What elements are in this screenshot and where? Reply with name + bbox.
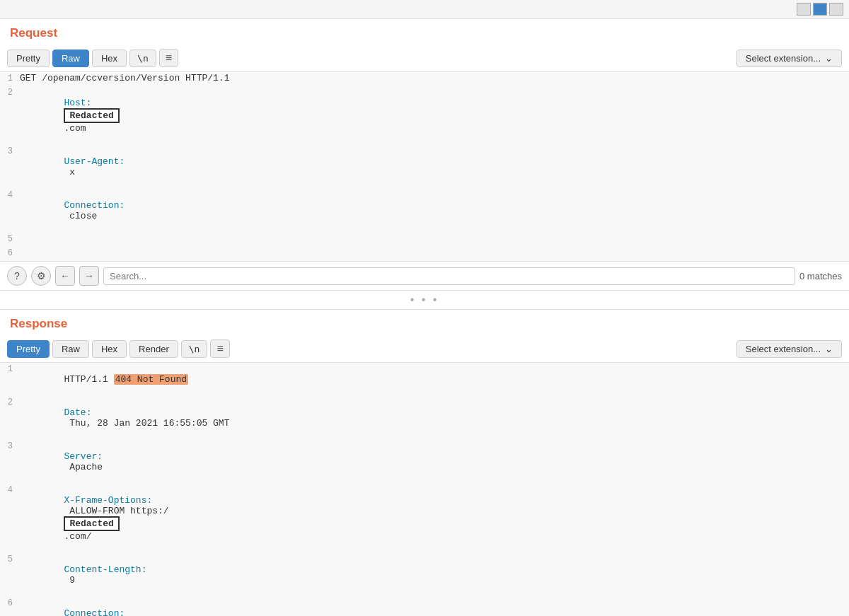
- tab-raw-request[interactable]: Raw: [52, 50, 89, 67]
- select-extension-response[interactable]: Select extension... ⌄: [737, 340, 842, 358]
- redacted-host: Redacted: [64, 108, 119, 123]
- chevron-down-icon-response: ⌄: [825, 344, 833, 354]
- request-code-area: 1 GET /openam/ccversion/Version HTTP/1.1…: [0, 72, 849, 262]
- help-icon[interactable]: ?: [7, 266, 27, 286]
- response-line-1: 1 HTTP/1.1 404 Not Found: [0, 363, 849, 396]
- request-section: Request Pretty Raw Hex \n ≡ Select exten…: [0, 19, 849, 291]
- request-line-6: 6: [0, 247, 849, 261]
- request-search-bar: ? ⚙ ← → 0 matches: [0, 262, 849, 291]
- response-toolbar: Pretty Raw Hex Render \n ≡ Select extens…: [0, 335, 849, 363]
- request-toolbar: Pretty Raw Hex \n ≡ Select extension... …: [0, 45, 849, 72]
- chevron-down-icon: ⌄: [825, 53, 833, 64]
- response-line-2: 2 Date: Thu, 28 Jan 2021 16:55:05 GMT: [0, 396, 849, 440]
- request-title: Request: [0, 19, 849, 45]
- menu-button-request[interactable]: ≡: [159, 49, 178, 67]
- minimize-button[interactable]: [797, 3, 811, 16]
- maximize-button[interactable]: [813, 3, 827, 16]
- menu-button-response[interactable]: ≡: [210, 339, 229, 358]
- tab-pretty-request[interactable]: Pretty: [7, 50, 50, 67]
- forward-arrow-icon[interactable]: →: [79, 266, 99, 286]
- response-section: Response Pretty Raw Hex Render \n ≡ Sele…: [0, 310, 849, 616]
- request-line-4: 4 Connection: close: [0, 189, 849, 233]
- tab-render-response[interactable]: Render: [129, 340, 178, 358]
- select-extension-request[interactable]: Select extension... ⌄: [737, 50, 842, 67]
- request-line-2: 2 Host: Redacted .com: [0, 86, 849, 145]
- response-line-6: 6 Connection: close: [0, 597, 849, 616]
- tab-newline-request[interactable]: \n: [129, 50, 156, 67]
- tab-pretty-response[interactable]: Pretty: [7, 340, 50, 358]
- request-line-1: 1 GET /openam/ccversion/Version HTTP/1.1: [0, 72, 849, 86]
- search-input[interactable]: [103, 267, 795, 285]
- close-button[interactable]: [829, 3, 843, 16]
- response-code-area: 1 HTTP/1.1 404 Not Found 2 Date: Thu, 28…: [0, 363, 849, 616]
- tab-newline-response[interactable]: \n: [181, 340, 208, 358]
- gear-icon[interactable]: ⚙: [31, 266, 51, 286]
- request-line-3: 3 User-Agent: x: [0, 145, 849, 189]
- section-divider: • • •: [0, 291, 849, 310]
- request-line-5: 5: [0, 233, 849, 247]
- response-line-3: 3 Server: Apache: [0, 440, 849, 484]
- top-bar: [0, 0, 849, 19]
- tab-hex-request[interactable]: Hex: [92, 50, 127, 67]
- redacted-xframe: Redacted: [64, 516, 119, 531]
- matches-count: 0 matches: [799, 271, 842, 281]
- response-line-4: 4 X-Frame-Options: ALLOW-FROM https:/ Re…: [0, 484, 849, 553]
- response-title: Response: [0, 310, 849, 335]
- response-line-5: 5 Content-Length: 9: [0, 553, 849, 597]
- tab-hex-response[interactable]: Hex: [92, 340, 127, 358]
- tab-raw-response[interactable]: Raw: [52, 340, 89, 358]
- back-arrow-icon[interactable]: ←: [55, 266, 75, 286]
